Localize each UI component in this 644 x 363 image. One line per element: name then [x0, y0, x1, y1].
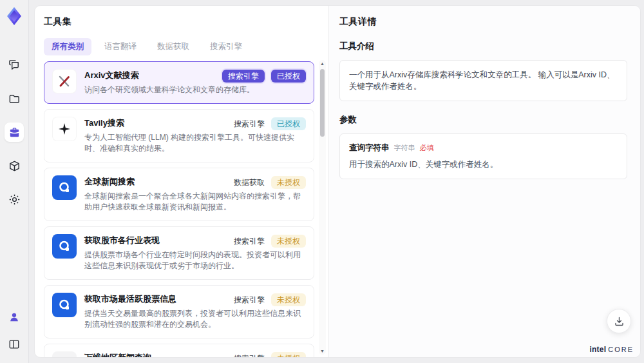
folder-icon[interactable]: [5, 89, 24, 108]
tool-description: 提供当天交易量最高的股票列表，投资者可以利用这些信息来识别流动性强的股票和潜在的…: [84, 308, 306, 330]
most-active-stocks-icon: [52, 293, 77, 317]
tool-card-sector-performance[interactable]: 获取股市各行业表现 提供股票市场各个行业在特定时间段内的表现。投资者可以利用这些…: [44, 226, 314, 280]
tool-card-most-active-stocks[interactable]: 获取市场最活跃股票信息 提供当天交易量最高的股票列表，投资者可以利用这些信息来识…: [44, 285, 314, 338]
global-news-icon: [52, 175, 77, 200]
list-scrollbar[interactable]: ▲ ▼: [319, 60, 326, 355]
category-label: 搜索引擎: [234, 119, 265, 130]
toolbox-icon[interactable]: [5, 123, 24, 142]
category-badge: 搜索引擎: [222, 70, 265, 83]
sector-performance-icon: [52, 234, 77, 259]
app-sidebar: [0, 0, 29, 363]
tool-card-arxiv[interactable]: Arxiv文献搜索 访问各个研究领域大量科学论文和文章的存储库。 搜索引擎 已授…: [44, 61, 314, 104]
tool-description: 提供股票市场各个行业在特定时间段内的表现。投资者可以利用这些信息来识别表现优于或…: [84, 250, 306, 271]
param-type: 字符串: [394, 143, 415, 153]
tools-panel: 工具集 所有类别 语言翻译 数据获取 搜索引擎 Arxiv文献搜索 访问各个研究…: [35, 6, 329, 357]
auth-status-badge: 未授权: [271, 352, 306, 357]
tool-card-global-news[interactable]: 全球新闻搜索 全球新闻搜索是一个聚合全球各大新闻网站内容的搜索引擎，帮助用户快速…: [44, 168, 314, 221]
chat-icon[interactable]: [5, 55, 24, 75]
category-label: 搜索引擎: [234, 295, 265, 306]
tool-card-tavily[interactable]: Tavily搜索 专为人工智能代理 (LLM) 构建的搜索引擎工具。可快速提供实…: [44, 109, 314, 162]
param-name: 查询字符串: [349, 142, 390, 153]
tab-all-categories[interactable]: 所有类别: [44, 38, 91, 55]
tool-list: Arxiv文献搜索 访问各个研究领域大量科学论文和文章的存储库。 搜索引擎 已授…: [44, 59, 314, 357]
category-label: 数据获取: [234, 177, 265, 188]
tool-card-regional-news[interactable]: 万维地区新闻查询 查询具体行政区划内的新闻，快速了解各地新闻动态。 搜索引擎 未…: [44, 344, 314, 357]
intro-text: 一个用于从Arxiv存储库搜索科学论文和文章的工具。 输入可以是Arxiv ID…: [339, 60, 627, 101]
auth-status-badge: 已授权: [271, 117, 306, 130]
param-description: 用于搜索的Arxiv ID、关键字或作者姓名。: [349, 159, 618, 170]
param-required-flag: 必填: [420, 143, 434, 153]
scrollbar-thumb[interactable]: [320, 69, 325, 137]
regional-news-icon: [52, 351, 77, 357]
auth-status-badge: 未授权: [271, 176, 306, 189]
intro-heading: 工具介绍: [339, 41, 627, 52]
scroll-up-icon[interactable]: ▲: [319, 60, 326, 67]
category-label: 搜索引擎: [234, 236, 265, 247]
tool-detail-panel: 工具详情 工具介绍 一个用于从Arxiv存储库搜索科学论文和文章的工具。 输入可…: [329, 6, 640, 357]
tab-search-engine[interactable]: 搜索引擎: [202, 38, 250, 55]
tools-panel-title: 工具集: [44, 16, 328, 28]
brand-intel: intel: [590, 345, 607, 354]
params-heading: 参数: [339, 114, 627, 126]
package-icon[interactable]: [5, 156, 24, 175]
auth-status-badge: 未授权: [271, 293, 306, 306]
parameter-item: 查询字符串 字符串 必填 用于搜索的Arxiv ID、关键字或作者姓名。: [339, 133, 627, 179]
settings-icon[interactable]: [5, 190, 24, 209]
category-tabs: 所有类别 语言翻译 数据获取 搜索引擎: [44, 38, 328, 55]
tab-language-translation[interactable]: 语言翻译: [97, 38, 144, 55]
tab-data-fetch[interactable]: 数据获取: [149, 38, 197, 55]
arxiv-icon: [52, 69, 77, 93]
tavily-icon: [52, 117, 77, 141]
tool-description: 专为人工智能代理 (LLM) 构建的搜索引擎工具。可快速提供实时、准确和真实的结…: [84, 132, 306, 154]
detail-panel-title: 工具详情: [339, 16, 627, 28]
scroll-down-icon[interactable]: ▼: [319, 348, 326, 355]
intel-core-logo: intelCORE: [590, 344, 634, 354]
main-window: 工具集 所有类别 语言翻译 数据获取 搜索引擎 Arxiv文献搜索 访问各个研究…: [34, 5, 641, 358]
user-avatar-icon[interactable]: [5, 308, 24, 327]
tool-description: 全球新闻搜索是一个聚合全球各大新闻网站内容的搜索引擎，帮助用户快速获取全球最新资…: [84, 191, 306, 213]
category-label: 搜索引擎: [234, 353, 265, 358]
app-logo-icon: [5, 6, 24, 26]
collapse-panel-icon[interactable]: [5, 335, 24, 354]
download-button[interactable]: [607, 309, 631, 333]
auth-status-badge: 已授权: [271, 70, 306, 83]
tool-description: 访问各个研究领域大量科学论文和文章的存储库。: [84, 84, 306, 95]
auth-status-badge: 未授权: [271, 235, 306, 248]
brand-core: CORE: [608, 346, 634, 353]
